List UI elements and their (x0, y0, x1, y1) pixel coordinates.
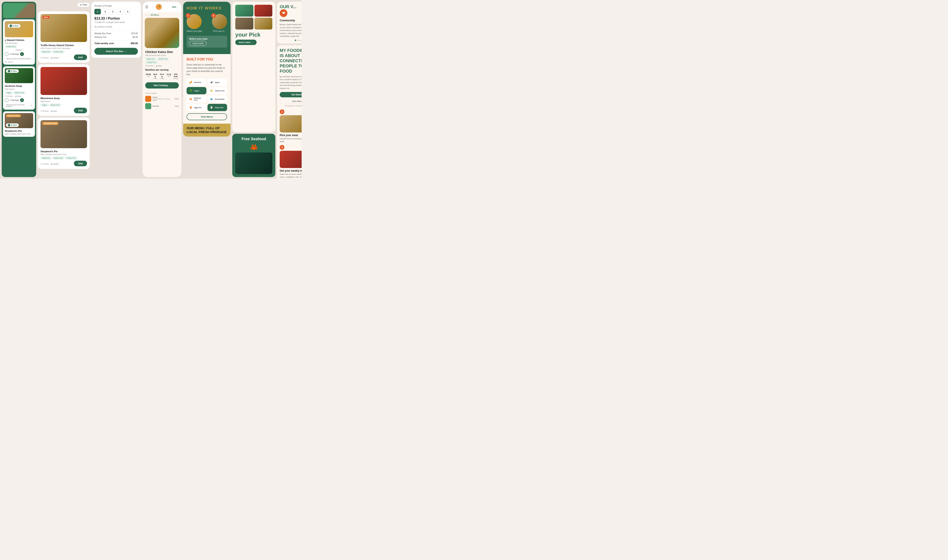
price-per-portion: $13.33 / Portion (94, 17, 138, 20)
carrot-icon (145, 96, 151, 102)
portion-4b-btn[interactable]: 4 (117, 9, 123, 14)
recipe-cards-col: ⚙ Filter New Truffle Honey Glazed Chicke… (38, 2, 89, 177)
broccoli-amount: 150 g (174, 105, 179, 107)
dish-name: Chicken Katsu Don (145, 50, 179, 54)
filter-button[interactable]: ⚙ Filter (77, 3, 89, 7)
energy-value: 870 kcal (173, 73, 179, 77)
shepherd-add-btn[interactable]: Add (74, 161, 87, 166)
chevron-icon: ▾ (31, 105, 32, 106)
carrot-info: Carrot Chopped into 1.5 cm thick slices (152, 96, 173, 101)
dairy-free-label: Dairy-Free (215, 107, 224, 109)
minestrone-meta-row: ⏱ 35 mins 📊 Easy Add (40, 108, 87, 113)
learn-more-btn[interactable]: Learn more (189, 41, 207, 46)
minestrone-title-left: inestrone Soup (5, 85, 33, 88)
minestrone-servings: − 2 Servings + (5, 98, 33, 102)
join-btn[interactable]: Join (169, 5, 179, 9)
community-col: OUR V... ❤ Community Being a Perth-based… (277, 2, 302, 177)
portion-5-btn[interactable]: 5 (125, 9, 131, 14)
egg-free-item[interactable]: 🥚 Egg-Free (186, 104, 206, 111)
spicy-item[interactable]: 🌶 Spicy (208, 78, 227, 86)
df-tag: Dairy Free (40, 157, 51, 159)
new-badge: New (42, 16, 50, 19)
comfort-badge-left: Comfort Food (6, 114, 21, 117)
plan-text: Select your plan (189, 37, 225, 40)
glazed-chicken-card: ✓ In Box y Glazed Chicken and Asparagus … (3, 19, 35, 65)
step-3-title: Get your weekly box (280, 169, 302, 172)
in-box-badge: ✓ In Box (8, 24, 20, 28)
asparagus-dish-img (3, 3, 35, 18)
decrease-servings-btn[interactable]: − (5, 52, 9, 56)
gluten-free-label: Gluten-Free (215, 90, 225, 92)
meal-photo-1 (235, 5, 253, 17)
minestrone-img-2 (40, 67, 87, 95)
servings-control: − 2 Servings + (5, 52, 33, 56)
increase-servings-btn[interactable]: + (20, 52, 24, 56)
gluten-free-tag: Gluten-Free (13, 91, 26, 94)
truffle-add-btn[interactable]: Add (74, 54, 87, 60)
dietary-grid: 🥜 Nut-Free 🌶 Spicy 🌿 Vegan 🌾 Gluten-Free… (186, 78, 227, 111)
broccoli-ingredient: Broccoli 150 g (145, 103, 179, 110)
portion-4a-btn[interactable]: 4 (102, 9, 108, 14)
gf-tag-3: Gluten-Free (52, 157, 65, 159)
start-cooking-btn[interactable]: Start Cooking → (145, 82, 179, 89)
protein-dropdown[interactable]: Would you like to add extra proteins? (5, 57, 33, 60)
shepherd-diff: 📊 Medium (51, 163, 59, 165)
view-menu-btn-2[interactable]: View Menu → (280, 98, 302, 104)
dots-indicator (280, 40, 302, 41)
minestrone-add-btn[interactable]: Add (74, 108, 87, 113)
decrease-servings-btn-2[interactable]: − (5, 98, 9, 102)
shepherd-subtitle: With Cheddar Mash Bok Choy (40, 153, 87, 155)
dot-4 (301, 40, 302, 41)
free-seafood-card: Free Seafood 🦀 (232, 134, 275, 177)
mobile-content: Chicken Katsu Don with Broccoli and Carr… (143, 48, 182, 112)
minestrone-recipe-card: Minestrone Soup With Risoni Vegan Gluten… (38, 65, 89, 116)
portion-2-btn[interactable]: 2 (94, 9, 101, 14)
built-title: BUILT FOR YOU (186, 57, 227, 62)
shepherds-pie-left: Comfort Food ✓ In Box Shepherd's Pie Wit… (3, 111, 35, 137)
no-thanks-label: No, thanks (5, 61, 33, 63)
carrot-amount: 200 g (174, 98, 179, 100)
truffle-diff: 📊 Medium (51, 57, 59, 59)
meal-photo-4 (254, 18, 272, 29)
get-started-btn[interactable]: Get Started → (280, 92, 302, 97)
shepherd-img: Comfort Food (40, 120, 87, 148)
carrot-ingredient: Carrot Chopped into 1.5 cm thick slices … (145, 95, 179, 103)
connecting-card: MY FOODIE BOX IS ABOUT CONNECTING PEOPLE… (277, 45, 302, 179)
fat-value: 35.5g (146, 73, 151, 75)
time-meta: ⏱ 35 mins (5, 95, 13, 97)
gluten-free-item[interactable]: 🌾 Gluten-Free (208, 87, 227, 94)
portion-3-btn[interactable]: 3 (109, 9, 116, 14)
carbs-value: 84.6 g (152, 73, 158, 77)
how-it-works-title: HOW IT WORKS (186, 6, 227, 11)
protein-item: 51.0 g Protein (159, 72, 165, 80)
vegan-tag-2: Vegan (40, 104, 48, 106)
hamburger-icon[interactable]: ☰ (145, 5, 148, 9)
more-learn-btn[interactable]: more Learn → (235, 40, 257, 45)
seafood-free-item[interactable]: 🦐 Seafood-Free (186, 95, 206, 103)
broccoli-name: Broccoli (152, 105, 173, 107)
glazed-chicken-subtitle: and Asparagus (5, 42, 33, 44)
step-2-title: Pick your meal (280, 134, 302, 137)
protein-value: 51.0 g (159, 73, 165, 77)
df-tag-dish: Diary Free (145, 57, 156, 60)
servings-count-2: 2 Servings (10, 99, 19, 101)
egg-free-label: Egg-Free (194, 107, 202, 109)
built-text: Every meal box is customised on the menu… (186, 63, 227, 76)
protein-dropdown-2[interactable]: Would you like to add extra proteins? ▾ (5, 103, 33, 108)
shepherds-img-left: Comfort Food ✓ In Box (5, 113, 33, 128)
back-link[interactable]: ← ← All Menu (143, 12, 182, 18)
filter-label: Filter (83, 4, 87, 6)
step-2-wrapper: 2 Pick your m... (212, 14, 227, 32)
view-menu-btn[interactable]: View Menu (186, 113, 227, 120)
select-box-btn[interactable]: Select This Box → (94, 48, 138, 55)
nut-free-item[interactable]: 🥜 Nut-Free (186, 78, 206, 86)
gf-tag-dish: Gluten-Free (157, 57, 169, 60)
minestrone-meta: ⏱ 35 mins 📊 Easy (5, 95, 33, 97)
increase-servings-btn-2[interactable]: + (20, 98, 24, 102)
truffle-subtitle: With Creamy Mash and Asparagus (40, 47, 87, 49)
nut-free-label: Nut-Free (194, 82, 201, 83)
dairy-free-item[interactable]: 🥛 Dairy-Free (208, 104, 227, 111)
pescatarian-item[interactable]: 🐟 Pescatarian (208, 95, 227, 103)
weekly-box-label: Weekly Box Price (94, 32, 111, 35)
vegan-dietary-item[interactable]: 🌿 Vegan (186, 87, 206, 94)
